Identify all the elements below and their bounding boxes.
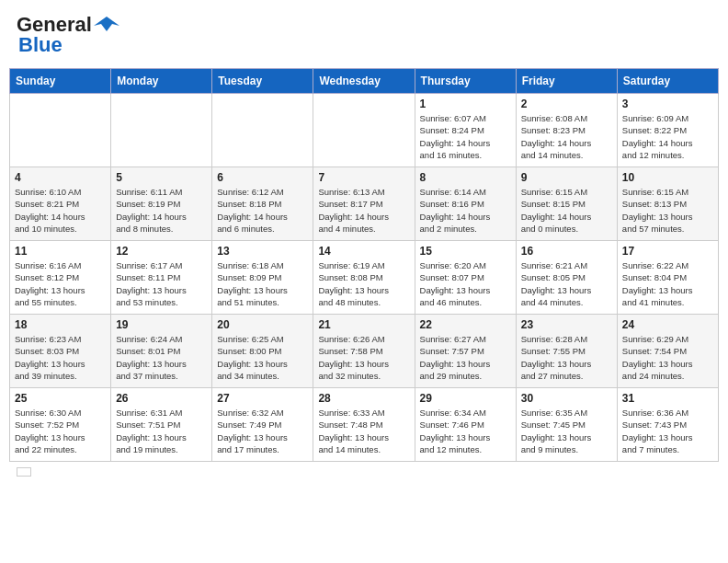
day-number: 29	[420, 392, 511, 405]
day-number: 31	[622, 392, 713, 405]
day-info: Sunrise: 6:22 AM Sunset: 8:04 PM Dayligh…	[622, 259, 713, 308]
day-number: 30	[521, 392, 612, 405]
day-cell-30: 30Sunrise: 6:35 AM Sunset: 7:45 PM Dayli…	[516, 388, 617, 462]
day-cell-28: 28Sunrise: 6:33 AM Sunset: 7:48 PM Dayli…	[313, 388, 415, 462]
day-number: 20	[217, 318, 308, 331]
day-info: Sunrise: 6:25 AM Sunset: 8:00 PM Dayligh…	[217, 333, 308, 382]
day-number: 15	[420, 245, 511, 258]
day-info: Sunrise: 6:15 AM Sunset: 8:15 PM Dayligh…	[521, 186, 612, 235]
day-info: Sunrise: 6:14 AM Sunset: 8:16 PM Dayligh…	[420, 186, 511, 235]
day-cell-31: 31Sunrise: 6:36 AM Sunset: 7:43 PM Dayli…	[617, 388, 718, 462]
day-number: 12	[116, 245, 207, 258]
day-number: 14	[318, 245, 409, 258]
day-cell-26: 26Sunrise: 6:31 AM Sunset: 7:51 PM Dayli…	[111, 388, 212, 462]
day-number: 22	[420, 318, 511, 331]
day-info: Sunrise: 6:07 AM Sunset: 8:24 PM Dayligh…	[420, 112, 511, 161]
day-cell-8: 8Sunrise: 6:14 AM Sunset: 8:16 PM Daylig…	[415, 167, 516, 241]
daylight-legend-icon	[17, 467, 31, 477]
day-cell-9: 9Sunrise: 6:15 AM Sunset: 8:15 PM Daylig…	[516, 167, 617, 241]
day-cell-7: 7Sunrise: 6:13 AM Sunset: 8:17 PM Daylig…	[313, 167, 415, 241]
day-cell-3: 3Sunrise: 6:09 AM Sunset: 8:22 PM Daylig…	[617, 94, 718, 167]
logo: General Blue	[17, 13, 119, 57]
day-number: 5	[116, 171, 207, 184]
day-cell-19: 19Sunrise: 6:24 AM Sunset: 8:01 PM Dayli…	[111, 315, 212, 388]
day-info: Sunrise: 6:27 AM Sunset: 7:57 PM Dayligh…	[420, 333, 511, 382]
day-cell-27: 27Sunrise: 6:32 AM Sunset: 7:49 PM Dayli…	[212, 388, 313, 462]
day-info: Sunrise: 6:08 AM Sunset: 8:23 PM Dayligh…	[521, 112, 612, 161]
day-cell-21: 21Sunrise: 6:26 AM Sunset: 7:58 PM Dayli…	[313, 315, 415, 388]
day-info: Sunrise: 6:24 AM Sunset: 8:01 PM Dayligh…	[116, 333, 207, 382]
calendar-header-row: SundayMondayTuesdayWednesdayThursdayFrid…	[10, 69, 719, 94]
logo-bird-icon	[94, 15, 119, 35]
day-number: 17	[622, 245, 713, 258]
day-number: 21	[318, 318, 409, 331]
day-info: Sunrise: 6:32 AM Sunset: 7:49 PM Dayligh…	[217, 407, 308, 455]
col-header-friday: Friday	[516, 69, 617, 94]
header: General Blue	[9, 9, 719, 61]
day-number: 16	[521, 245, 612, 258]
day-number: 27	[217, 392, 308, 405]
day-cell-24: 24Sunrise: 6:29 AM Sunset: 7:54 PM Dayli…	[617, 315, 718, 388]
day-info: Sunrise: 6:09 AM Sunset: 8:22 PM Dayligh…	[622, 112, 713, 161]
col-header-thursday: Thursday	[415, 69, 516, 94]
day-info: Sunrise: 6:30 AM Sunset: 7:52 PM Dayligh…	[15, 407, 106, 455]
day-info: Sunrise: 6:19 AM Sunset: 8:08 PM Dayligh…	[318, 259, 409, 308]
day-cell-6: 6Sunrise: 6:12 AM Sunset: 8:18 PM Daylig…	[212, 167, 313, 241]
col-header-tuesday: Tuesday	[212, 69, 313, 94]
day-number: 7	[318, 171, 409, 184]
day-cell-13: 13Sunrise: 6:18 AM Sunset: 8:09 PM Dayli…	[212, 241, 313, 315]
day-info: Sunrise: 6:21 AM Sunset: 8:05 PM Dayligh…	[521, 259, 612, 308]
day-info: Sunrise: 6:17 AM Sunset: 8:11 PM Dayligh…	[116, 259, 207, 308]
day-info: Sunrise: 6:35 AM Sunset: 7:45 PM Dayligh…	[521, 407, 612, 455]
day-number: 26	[116, 392, 207, 405]
day-info: Sunrise: 6:29 AM Sunset: 7:54 PM Dayligh…	[622, 333, 713, 382]
day-cell-29: 29Sunrise: 6:34 AM Sunset: 7:46 PM Dayli…	[415, 388, 516, 462]
svg-marker-0	[94, 17, 119, 31]
day-number: 25	[15, 392, 106, 405]
day-number: 4	[15, 171, 106, 184]
day-cell-12: 12Sunrise: 6:17 AM Sunset: 8:11 PM Dayli…	[111, 241, 212, 315]
week-row-3: 11Sunrise: 6:16 AM Sunset: 8:12 PM Dayli…	[10, 241, 719, 315]
day-number: 1	[420, 98, 511, 110]
empty-cell	[212, 94, 313, 167]
week-row-4: 18Sunrise: 6:23 AM Sunset: 8:03 PM Dayli…	[10, 315, 719, 388]
calendar-table: SundayMondayTuesdayWednesdayThursdayFrid…	[9, 68, 719, 462]
day-cell-22: 22Sunrise: 6:27 AM Sunset: 7:57 PM Dayli…	[415, 315, 516, 388]
day-number: 18	[15, 318, 106, 331]
day-info: Sunrise: 6:11 AM Sunset: 8:19 PM Dayligh…	[116, 186, 207, 235]
day-info: Sunrise: 6:15 AM Sunset: 8:13 PM Dayligh…	[622, 186, 713, 235]
day-cell-15: 15Sunrise: 6:20 AM Sunset: 8:07 PM Dayli…	[415, 241, 516, 315]
day-info: Sunrise: 6:10 AM Sunset: 8:21 PM Dayligh…	[15, 186, 106, 235]
day-cell-1: 1Sunrise: 6:07 AM Sunset: 8:24 PM Daylig…	[415, 94, 516, 167]
day-cell-25: 25Sunrise: 6:30 AM Sunset: 7:52 PM Dayli…	[10, 388, 111, 462]
day-info: Sunrise: 6:23 AM Sunset: 8:03 PM Dayligh…	[15, 333, 106, 382]
day-number: 2	[521, 98, 612, 110]
day-info: Sunrise: 6:16 AM Sunset: 8:12 PM Dayligh…	[15, 259, 106, 308]
week-row-2: 4Sunrise: 6:10 AM Sunset: 8:21 PM Daylig…	[10, 167, 719, 241]
day-number: 23	[521, 318, 612, 331]
col-header-saturday: Saturday	[617, 69, 718, 94]
day-number: 19	[116, 318, 207, 331]
day-cell-20: 20Sunrise: 6:25 AM Sunset: 8:00 PM Dayli…	[212, 315, 313, 388]
day-info: Sunrise: 6:31 AM Sunset: 7:51 PM Dayligh…	[116, 407, 207, 455]
logo-text-blue: Blue	[18, 33, 63, 57]
day-info: Sunrise: 6:12 AM Sunset: 8:18 PM Dayligh…	[217, 186, 308, 235]
day-cell-10: 10Sunrise: 6:15 AM Sunset: 8:13 PM Dayli…	[617, 167, 718, 241]
day-info: Sunrise: 6:18 AM Sunset: 8:09 PM Dayligh…	[217, 259, 308, 308]
day-number: 9	[521, 171, 612, 184]
day-cell-14: 14Sunrise: 6:19 AM Sunset: 8:08 PM Dayli…	[313, 241, 415, 315]
week-row-5: 25Sunrise: 6:30 AM Sunset: 7:52 PM Dayli…	[10, 388, 719, 462]
day-number: 24	[622, 318, 713, 331]
day-number: 10	[622, 171, 713, 184]
col-header-wednesday: Wednesday	[313, 69, 415, 94]
day-cell-5: 5Sunrise: 6:11 AM Sunset: 8:19 PM Daylig…	[111, 167, 212, 241]
day-info: Sunrise: 6:34 AM Sunset: 7:46 PM Dayligh…	[420, 407, 511, 455]
empty-cell	[111, 94, 212, 167]
day-cell-23: 23Sunrise: 6:28 AM Sunset: 7:55 PM Dayli…	[516, 315, 617, 388]
day-info: Sunrise: 6:28 AM Sunset: 7:55 PM Dayligh…	[521, 333, 612, 382]
day-number: 3	[622, 98, 713, 110]
day-info: Sunrise: 6:20 AM Sunset: 8:07 PM Dayligh…	[420, 259, 511, 308]
day-info: Sunrise: 6:26 AM Sunset: 7:58 PM Dayligh…	[318, 333, 409, 382]
day-cell-18: 18Sunrise: 6:23 AM Sunset: 8:03 PM Dayli…	[10, 315, 111, 388]
col-header-sunday: Sunday	[10, 69, 111, 94]
